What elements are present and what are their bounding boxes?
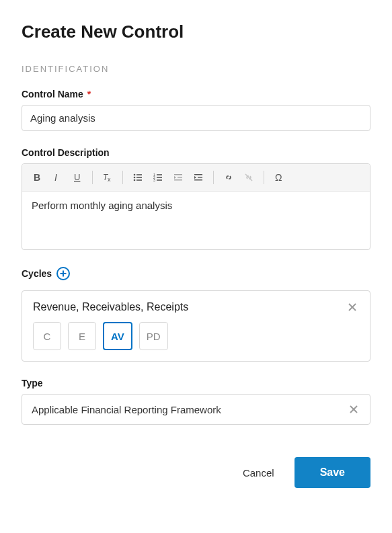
clear-type-icon[interactable] [347,403,360,416]
svg-text:B: B [34,172,40,183]
bold-icon[interactable]: B [28,168,46,187]
type-label: Type [22,378,43,388]
bullet-list-icon[interactable] [128,168,147,187]
svg-text:I: I [54,172,57,183]
control-name-input[interactable] [22,105,370,131]
toolbar-separator [122,171,123,184]
type-value: Applicable Financial Reporting Framework [32,404,221,415]
numbered-list-icon[interactable]: 123 [149,168,167,187]
save-button[interactable]: Save [295,457,370,488]
svg-rect-19 [174,179,182,181]
svg-rect-21 [198,177,202,178]
svg-rect-22 [194,179,202,181]
cycle-chip[interactable]: AV [103,322,132,350]
cycles-label: Cycles [22,268,52,279]
cycles-entry: Revenue, Receivables, Receipts CEAVPD [22,290,370,362]
svg-text:U: U [74,172,80,182]
cycle-chip[interactable]: PD [139,322,168,350]
control-name-label: Control Name [22,89,83,99]
svg-rect-17 [174,174,182,175]
cycle-chip[interactable]: E [68,322,96,350]
indent-icon[interactable] [189,168,208,187]
remove-cycle-icon[interactable] [346,300,359,314]
rich-text-editor: B I U Tx 123 Ω Perform monthly aging ana… [22,163,370,250]
svg-rect-10 [136,179,142,181]
svg-point-7 [134,177,136,179]
svg-rect-12 [157,174,162,175]
type-select[interactable]: Applicable Financial Reporting Framework [22,394,370,425]
add-cycle-icon[interactable] [56,266,71,281]
svg-text:3: 3 [153,178,155,182]
svg-rect-20 [194,174,202,175]
cancel-button[interactable]: Cancel [239,460,278,485]
svg-rect-18 [178,177,182,178]
cycles-entry-title: Revenue, Receivables, Receipts [33,301,188,313]
underline-icon[interactable]: U [68,168,87,187]
toolbar-separator [92,171,93,184]
control-description-input[interactable]: Perform monthly aging analysis [22,192,370,249]
cycle-chip[interactable]: C [33,322,61,350]
toolbar-separator [213,171,214,184]
svg-rect-16 [157,179,162,181]
svg-point-9 [134,179,136,181]
section-heading-identification: IDENTIFICATION [22,64,370,74]
italic-icon[interactable]: I [48,168,67,187]
svg-point-5 [134,174,136,176]
svg-text:x: x [108,176,111,183]
svg-rect-8 [136,177,142,178]
required-indicator: * [87,89,91,99]
editor-toolbar: B I U Tx 123 Ω [22,164,370,192]
svg-text:Ω: Ω [275,172,282,183]
control-description-label: Control Description [22,147,110,158]
page-title: Create New Control [22,22,370,42]
toolbar-separator [264,171,264,184]
unlink-icon[interactable] [239,168,258,187]
link-icon[interactable] [219,168,238,187]
special-char-icon[interactable]: Ω [270,168,288,187]
svg-rect-6 [136,174,142,175]
clear-format-icon[interactable]: Tx [98,168,117,187]
outdent-icon[interactable] [169,168,188,187]
svg-rect-14 [157,177,162,178]
